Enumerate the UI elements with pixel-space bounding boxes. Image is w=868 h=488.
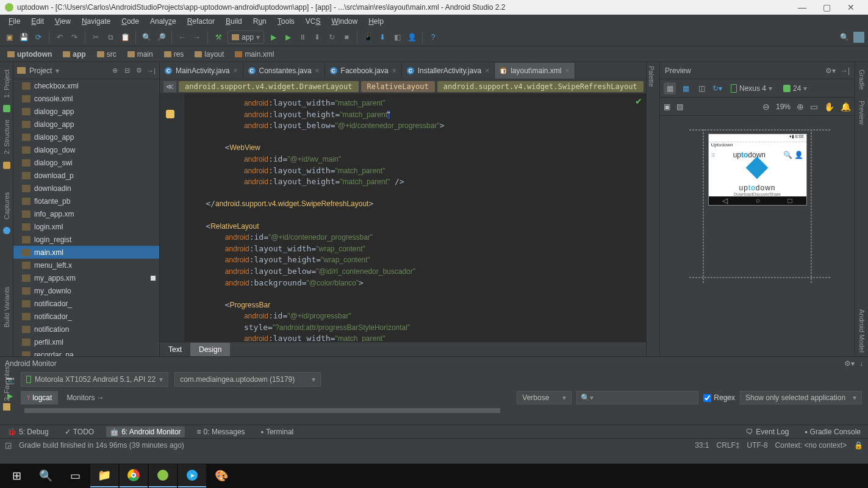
logcat-tab[interactable]: ⫯ logcat [21, 391, 58, 404]
file-main-xml[interactable]: main.xml [13, 246, 159, 259]
copy-icon[interactable]: ⧉ [105, 32, 116, 43]
bread-drawer[interactable]: android.support.v4.widget.DrawerLayout [179, 81, 359, 92]
stop-icon[interactable]: ■ [341, 32, 352, 43]
search-button[interactable]: 🔍 [32, 464, 60, 487]
crumb-file[interactable]: main.xml [231, 49, 278, 60]
tw-messages[interactable]: ≡ 0: Messages [193, 426, 249, 437]
tab-design[interactable]: Design [190, 343, 230, 356]
maximize-icon[interactable]: ▢ [814, 2, 839, 12]
crumb-res[interactable]: res [160, 49, 188, 60]
file-download-p[interactable]: download_p [13, 169, 159, 182]
close-tab-icon[interactable]: × [565, 66, 570, 75]
android-studio-icon[interactable] [149, 464, 177, 487]
chrome-icon[interactable] [120, 464, 148, 487]
file-my-downlo[interactable]: my_downlo [13, 284, 159, 297]
show-layout-icon[interactable]: ▣ [664, 102, 670, 111]
tab-InstallerActivity-java[interactable]: CInstallerActivity.java× [402, 63, 495, 79]
avatar-icon[interactable] [853, 32, 864, 43]
minimize-icon[interactable]: — [790, 2, 814, 12]
menu-run[interactable]: Run [248, 16, 271, 27]
file-dialogo-app[interactable]: dialogo_app [13, 131, 159, 143]
file-explorer-icon[interactable]: 📁 [90, 464, 118, 487]
tab-MainActivity-java[interactable]: CMainActivity.java× [160, 63, 243, 79]
tw-event-log[interactable]: 🗨 Event Log [742, 426, 792, 437]
avd-icon[interactable]: 📱 [362, 32, 373, 43]
start-button[interactable]: ⊞ [2, 464, 30, 487]
file-login-xml[interactable]: login.xml [13, 220, 159, 233]
palette-tab[interactable]: Palette [647, 62, 656, 90]
menu-navigate[interactable]: Navigate [77, 16, 115, 27]
crumb-layout[interactable]: layout [191, 49, 228, 60]
context[interactable]: Context: <no context> [775, 441, 847, 450]
monitor-settings-icon[interactable]: ⚙▾ [844, 359, 855, 368]
file-dialogo-app[interactable]: dialogo_app [13, 118, 159, 131]
menu-window[interactable]: Window [326, 16, 362, 27]
tab-Constantes-java[interactable]: CConstantes.java× [243, 63, 325, 79]
both-mode-icon[interactable]: ◫ [695, 82, 708, 95]
side-tab-build-variants[interactable]: Build Variants [3, 287, 10, 328]
close-tab-icon[interactable]: × [233, 66, 237, 75]
debug-icon[interactable]: ▶ [282, 32, 293, 43]
file-login-regist[interactable]: login_regist [13, 233, 159, 246]
sdk-icon[interactable]: ⬇ [377, 32, 388, 43]
hide-icon[interactable]: →| [147, 66, 156, 75]
menu-build[interactable]: Build [221, 16, 247, 27]
file-dialogo-dow[interactable]: dialogo_dow [13, 143, 159, 156]
monitor-hide-icon[interactable]: ↓ [859, 359, 863, 368]
menu-analyze[interactable]: Analyze [145, 16, 181, 27]
api-selector[interactable]: 24▾ [780, 82, 811, 95]
collapse-icon[interactable]: ⊟ [123, 66, 131, 75]
file-flotante-pb[interactable]: flotante_pb [13, 195, 159, 207]
attach-icon[interactable]: ⬇ [312, 32, 323, 43]
side-tab-favorites[interactable]: 2: Favorites [3, 366, 10, 401]
menu-refactor[interactable]: Refactor [182, 16, 220, 27]
file-list[interactable]: checkbox.xmlconsole.xmldialogo_appdialog… [13, 79, 159, 356]
file-my-apps-xm[interactable]: my_apps.xm [13, 271, 159, 284]
blueprint-mode-icon[interactable]: ▦ [680, 82, 692, 95]
cut-icon[interactable]: ✂ [90, 32, 101, 43]
zoom-fit-icon[interactable]: ▭ [810, 102, 818, 112]
device-dropdown[interactable]: Motorola XT1052 Android 5.1, API 22▾ [21, 372, 168, 387]
breadcrumb-back-icon[interactable]: ≪ [163, 81, 176, 92]
close-tab-icon[interactable]: × [315, 66, 320, 75]
restart-icon[interactable]: ↻ [326, 32, 337, 43]
orientation-icon[interactable]: ↻▾ [711, 82, 723, 95]
pan-icon[interactable]: ✋ [824, 102, 834, 112]
file-perfil-xml[interactable]: perfil.xml [13, 336, 159, 348]
log-search-input[interactable]: 🔍▾ [576, 391, 698, 404]
replace-icon[interactable]: 🔎 [156, 32, 167, 43]
file-notificador-[interactable]: notificador_ [13, 297, 159, 310]
run-icon[interactable]: ▶ [268, 32, 279, 43]
design-mode-icon[interactable]: ▦ [664, 82, 676, 95]
file-dialogo-app[interactable]: dialogo_app [13, 105, 159, 118]
settings-gear-icon[interactable]: ⚙ [135, 66, 143, 75]
profile-icon[interactable]: ⏸ [297, 32, 308, 43]
menu-vcs[interactable]: VCS [301, 16, 326, 27]
tw-debug[interactable]: 🐞 5: Debug [4, 426, 52, 437]
save-icon[interactable]: 💾 [18, 32, 29, 43]
paint-icon[interactable]: 🎨 [207, 464, 235, 487]
crumb-main[interactable]: main [124, 49, 157, 60]
side-tab-preview[interactable]: Preview [857, 97, 867, 128]
monitors-tab[interactable]: Monitors → [60, 391, 110, 404]
line-separator[interactable]: CRLF‡ [717, 441, 740, 450]
side-tab-captures[interactable]: Captures [2, 188, 12, 223]
file-notificador-[interactable]: notificador_ [13, 310, 159, 323]
file-recordar-pa[interactable]: recordar_pa [13, 348, 159, 356]
open-icon[interactable]: ▣ [4, 32, 15, 43]
paste-icon[interactable]: 📋 [120, 32, 131, 43]
menu-tools[interactable]: Tools [273, 16, 299, 27]
task-view-button[interactable]: ▭ [61, 464, 89, 487]
tw-terminal[interactable]: ▪ Terminal [257, 426, 298, 437]
filter-dropdown[interactable]: Show only selected application▾ [740, 391, 862, 404]
undo-icon[interactable]: ↶ [54, 32, 65, 43]
bread-relative[interactable]: RelativeLayout [361, 81, 435, 92]
project-label[interactable]: Project [29, 66, 52, 75]
make-icon[interactable]: ⚒ [213, 32, 224, 43]
back-icon[interactable]: ← [177, 32, 188, 43]
scroll-from-source-icon[interactable]: ⊕ [110, 66, 119, 75]
lock-icon[interactable]: 🔒 [854, 441, 863, 450]
encoding[interactable]: UTF-8 [747, 441, 768, 450]
menu-edit[interactable]: Edit [26, 16, 49, 27]
bread-swipe[interactable]: android.support.v4.widget.SwipeRefreshLa… [437, 81, 644, 92]
